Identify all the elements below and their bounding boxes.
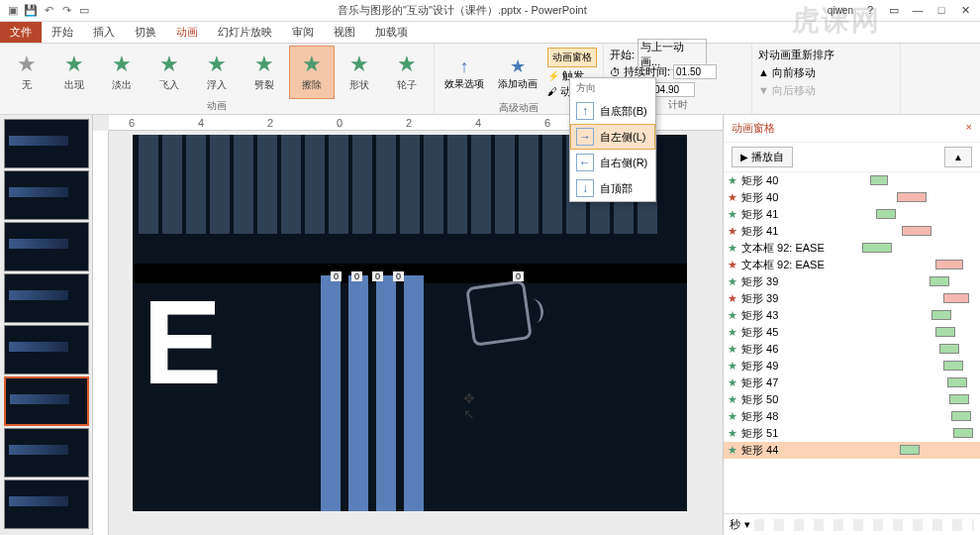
anim-item[interactable]: ★文本框 92: EASE bbox=[724, 240, 980, 257]
timing-bar[interactable] bbox=[902, 226, 931, 236]
timing-bar[interactable] bbox=[897, 192, 927, 202]
anim-item[interactable]: ★矩形 40 bbox=[724, 172, 980, 189]
timing-bar[interactable] bbox=[870, 175, 888, 185]
timing-bar[interactable] bbox=[951, 411, 971, 421]
tab-review[interactable]: 审阅 bbox=[282, 22, 324, 43]
effect-options-button[interactable]: ↑ 效果选项 bbox=[439, 53, 490, 95]
window-title: 音乐与图形的"互动"设计（课件）.pptx - PowerPoint bbox=[97, 3, 828, 18]
anim-item[interactable]: ★矩形 50 bbox=[724, 391, 980, 408]
timing-bar[interactable] bbox=[876, 209, 896, 219]
slide-thumb[interactable] bbox=[4, 428, 89, 478]
window-controls: ? ▭ — □ ✕ bbox=[859, 4, 980, 17]
audio-icon[interactable] bbox=[465, 279, 533, 347]
anim-无[interactable]: ★无 bbox=[4, 46, 49, 99]
slide-thumb[interactable] bbox=[4, 273, 89, 323]
anim-item[interactable]: ★矩形 41 bbox=[724, 206, 980, 223]
move-earlier-button[interactable]: ▲ 向前移动 bbox=[758, 63, 894, 81]
tab-insert[interactable]: 插入 bbox=[83, 22, 125, 43]
star-icon: ★ bbox=[205, 53, 229, 76]
add-animation-button[interactable]: ★ 添加动画 bbox=[492, 52, 543, 95]
pane-close-icon[interactable]: × bbox=[966, 121, 972, 136]
anim-item[interactable]: ★矩形 44 bbox=[724, 442, 980, 459]
group-label-anim: 动画 bbox=[4, 99, 430, 113]
effect-options-dropdown: 方向 ↑自底部(B)→自左侧(L)←自右侧(R)↓自顶部 bbox=[569, 77, 656, 202]
minimize-icon[interactable]: — bbox=[907, 4, 929, 17]
slide-thumb[interactable] bbox=[4, 325, 89, 374]
timing-bar[interactable] bbox=[935, 327, 955, 337]
anim-item[interactable]: ★矩形 48 bbox=[724, 408, 980, 425]
duration-input[interactable] bbox=[673, 64, 717, 79]
tab-transition[interactable]: 切换 bbox=[125, 22, 166, 43]
anim-item[interactable]: ★矩形 41 bbox=[724, 223, 980, 240]
timing-bar[interactable] bbox=[862, 243, 892, 253]
anim-淡出[interactable]: ★淡出 bbox=[99, 46, 145, 99]
ribbon-toggle-icon[interactable]: ▭ bbox=[883, 4, 905, 17]
timing-bar[interactable] bbox=[943, 293, 969, 303]
animation-pane-button[interactable]: 动画窗格 bbox=[547, 48, 597, 67]
slide-thumb[interactable] bbox=[4, 119, 89, 168]
tab-home[interactable]: 开始 bbox=[42, 22, 83, 43]
anim-item[interactable]: ★矩形 43 bbox=[724, 307, 980, 324]
anim-item[interactable]: ★矩形 39 bbox=[724, 290, 980, 307]
tab-animation[interactable]: 动画 bbox=[166, 22, 208, 43]
anim-轮子[interactable]: ★轮子 bbox=[384, 46, 430, 99]
star-icon: ★ bbox=[728, 309, 737, 322]
anim-item[interactable]: ★文本框 92: EASE bbox=[724, 257, 980, 273]
anim-item[interactable]: ★矩形 40 bbox=[724, 189, 980, 206]
star-icon: ★ bbox=[728, 326, 737, 339]
timing-bar[interactable] bbox=[939, 344, 959, 354]
timing-bar[interactable] bbox=[931, 310, 951, 320]
anim-形状[interactable]: ★形状 bbox=[337, 46, 382, 99]
slide-thumb[interactable] bbox=[4, 480, 89, 529]
help-icon[interactable]: ? bbox=[859, 4, 881, 17]
tab-view[interactable]: 视图 bbox=[324, 22, 365, 43]
anim-item[interactable]: ★矩形 39 bbox=[724, 273, 980, 290]
delay-input[interactable] bbox=[651, 82, 695, 97]
slideshow-icon[interactable]: ▭ bbox=[77, 4, 91, 18]
redo-icon[interactable]: ↷ bbox=[59, 4, 73, 18]
direction-option[interactable]: ↓自顶部 bbox=[570, 175, 655, 201]
tab-addins[interactable]: 加载项 bbox=[365, 22, 418, 43]
timing-bar[interactable] bbox=[943, 361, 963, 371]
tab-slideshow[interactable]: 幻灯片放映 bbox=[208, 22, 282, 43]
slide-text-ease: E bbox=[143, 273, 214, 410]
anim-item[interactable]: ★矩形 47 bbox=[724, 374, 980, 391]
anim-item[interactable]: ★矩形 45 bbox=[724, 324, 980, 341]
timing-bar[interactable] bbox=[935, 260, 963, 269]
save-icon[interactable]: 💾 bbox=[24, 4, 38, 18]
slide-thumb[interactable] bbox=[4, 222, 89, 271]
move-up-button[interactable]: ▲ bbox=[944, 147, 972, 167]
anim-出现[interactable]: ★出现 bbox=[51, 46, 97, 99]
anim-飞入[interactable]: ★飞入 bbox=[147, 46, 192, 99]
star-icon: ★ bbox=[728, 343, 737, 356]
direction-option[interactable]: ←自右侧(R) bbox=[570, 150, 655, 175]
direction-option[interactable]: ↑自底部(B) bbox=[570, 98, 655, 124]
star-icon: ★ bbox=[728, 174, 737, 187]
close-icon[interactable]: ✕ bbox=[954, 4, 976, 17]
arrow-icon: → bbox=[576, 128, 594, 146]
anim-item[interactable]: ★矩形 46 bbox=[724, 341, 980, 358]
undo-icon[interactable]: ↶ bbox=[42, 4, 55, 18]
timing-bar[interactable] bbox=[930, 276, 949, 286]
animation-list[interactable]: ★矩形 40★矩形 40★矩形 41★矩形 41★文本框 92: EASE★文本… bbox=[724, 172, 980, 513]
star-icon: ★ bbox=[395, 53, 419, 76]
anim-擦除[interactable]: ★擦除 bbox=[289, 46, 335, 99]
anim-item[interactable]: ★矩形 51 bbox=[724, 425, 980, 442]
play-from-button[interactable]: ▶ 播放自 bbox=[732, 147, 793, 167]
anim-浮入[interactable]: ★浮入 bbox=[194, 46, 240, 99]
timing-bar[interactable] bbox=[900, 445, 920, 455]
star-icon: ★ bbox=[157, 53, 181, 76]
tab-file[interactable]: 文件 bbox=[0, 22, 42, 43]
direction-option[interactable]: →自左侧(L) bbox=[570, 124, 655, 150]
star-icon: ★ bbox=[252, 53, 276, 76]
maximize-icon[interactable]: □ bbox=[931, 4, 952, 17]
anim-劈裂[interactable]: ★劈裂 bbox=[242, 46, 287, 99]
move-later-button[interactable]: ▼ 向后移动 bbox=[758, 81, 894, 99]
timing-bar[interactable] bbox=[947, 377, 967, 387]
slide-thumb[interactable] bbox=[4, 170, 89, 220]
slide-thumb-selected[interactable] bbox=[4, 376, 89, 426]
timing-bar[interactable] bbox=[949, 394, 969, 404]
timing-bar[interactable] bbox=[953, 428, 973, 438]
anim-item[interactable]: ★矩形 49 bbox=[724, 358, 980, 374]
arrow-icon: ← bbox=[576, 154, 594, 171]
